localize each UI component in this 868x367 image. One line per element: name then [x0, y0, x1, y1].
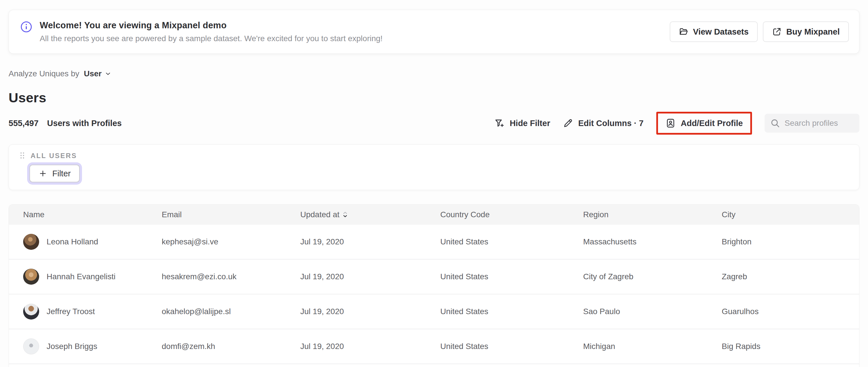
column-header-city[interactable]: City [722, 210, 859, 219]
avatar [23, 304, 39, 319]
users-table: Name Email Updated at Country Code Regio… [8, 204, 860, 367]
user-name-cell: Jeffrey Troost [23, 304, 162, 319]
banner-subtitle: All the reports you see are powered by a… [40, 34, 670, 43]
table-toolbar: Hide Filter Edit Columns · 7 [494, 112, 860, 134]
analyze-uniques-label: Analyze Uniques by [8, 69, 79, 78]
info-icon [20, 21, 32, 33]
filter-group-header: ALL USERS [19, 152, 849, 160]
buy-mixpanel-label: Buy Mixpanel [786, 27, 840, 37]
pencil-icon [563, 118, 573, 128]
buy-mixpanel-button[interactable]: Buy Mixpanel [763, 22, 849, 42]
column-header-region[interactable]: Region [583, 210, 722, 219]
user-updated-at: Jul 19, 2020 [300, 307, 440, 316]
profiles-summary: 555,497 Users with Profiles [8, 119, 122, 128]
user-country: United States [440, 272, 583, 281]
welcome-banner: Welcome! You are viewing a Mixpanel demo… [8, 10, 860, 54]
table-row[interactable]: Jeffrey Troost okahelop@lalijpe.sl Jul 1… [9, 295, 859, 329]
analyze-row: Analyze Uniques by User [8, 69, 860, 78]
analyze-by-dropdown[interactable]: User [84, 69, 111, 78]
hide-filter-button[interactable]: Hide Filter [494, 118, 550, 128]
user-country: United States [440, 307, 583, 316]
profile-badge-icon [665, 118, 676, 128]
add-edit-profile-highlight: Add/Edit Profile [656, 112, 752, 134]
view-datasets-label: View Datasets [693, 27, 749, 37]
column-header-country-code[interactable]: Country Code [440, 210, 583, 219]
profiles-count-label: Users with Profiles [47, 119, 122, 128]
user-name-cell: Hannah Evangelisti [23, 269, 162, 285]
column-header-name[interactable]: Name [23, 210, 162, 219]
drag-handle-icon[interactable] [19, 152, 26, 160]
user-city: Zagreb [722, 272, 859, 281]
avatar [23, 234, 39, 250]
profiles-count: 555,497 [8, 119, 38, 128]
user-email: domfi@zem.kh [162, 342, 300, 351]
view-datasets-button[interactable]: View Datasets [670, 22, 758, 42]
user-name: Leona Holland [46, 237, 98, 246]
user-email: okahelop@lalijpe.sl [162, 307, 300, 316]
add-filter-wrap: Filter [29, 165, 80, 182]
funnel-plus-icon [494, 118, 504, 128]
analyze-by-value: User [84, 69, 101, 78]
avatar [23, 269, 39, 285]
user-country: United States [440, 237, 583, 246]
user-region: Michigan [583, 342, 722, 351]
user-region: City of Zagreb [583, 272, 722, 281]
user-name: Joseph Briggs [46, 342, 97, 351]
avatar [23, 338, 39, 355]
sort-icon[interactable] [342, 211, 348, 218]
folder-icon [679, 27, 689, 37]
search-profiles-input[interactable] [784, 119, 854, 128]
banner-title: Welcome! You are viewing a Mixpanel demo [40, 20, 670, 31]
add-filter-button[interactable]: Filter [29, 165, 80, 182]
banner-actions: View Datasets Buy Mixpanel [670, 22, 849, 42]
filter-panel: ALL USERS Filter [8, 144, 860, 190]
user-name-cell: Leona Holland [23, 234, 162, 250]
user-email: hesakrem@ezi.co.uk [162, 272, 300, 281]
user-city: Big Rapids [722, 342, 859, 351]
edit-columns-button[interactable]: Edit Columns · 7 [563, 118, 644, 128]
page-title: Users [8, 90, 860, 105]
user-updated-at: Jul 19, 2020 [300, 342, 440, 351]
table-row[interactable]: Joseph Briggs domfi@zem.kh Jul 19, 2020 … [9, 329, 859, 364]
add-edit-profile-label: Add/Edit Profile [681, 119, 743, 128]
hide-filter-label: Hide Filter [510, 119, 550, 128]
banner-text: Welcome! You are viewing a Mixpanel demo… [40, 20, 670, 43]
search-profiles[interactable] [765, 114, 860, 133]
column-header-email[interactable]: Email [162, 210, 300, 219]
user-region: Massachusetts [583, 237, 722, 246]
user-city: Guarulhos [722, 307, 859, 316]
filter-group-label: ALL USERS [31, 152, 77, 160]
add-edit-profile-button[interactable]: Add/Edit Profile [665, 118, 743, 128]
column-header-updated-at[interactable]: Updated at [300, 210, 440, 219]
add-filter-label: Filter [52, 169, 70, 178]
edit-columns-label: Edit Columns · 7 [578, 119, 644, 128]
table-row[interactable]: Leona Holland kephesaj@si.ve Jul 19, 202… [9, 225, 859, 259]
user-name-cell: Joseph Briggs [23, 338, 162, 355]
table-header-row: Name Email Updated at Country Code Regio… [9, 205, 859, 225]
table-row[interactable]: Hannah Evangelisti hesakrem@ezi.co.uk Ju… [9, 259, 859, 295]
external-link-icon [772, 27, 782, 37]
stats-toolbar-row: 555,497 Users with Profiles Hide Filter … [8, 111, 860, 135]
user-country: United States [440, 342, 583, 351]
user-name: Jeffrey Troost [46, 307, 95, 316]
user-email: kephesaj@si.ve [162, 237, 300, 246]
user-region: Sao Paulo [583, 307, 722, 316]
chevron-down-icon [104, 70, 112, 77]
user-updated-at: Jul 19, 2020 [300, 237, 440, 246]
user-updated-at: Jul 19, 2020 [300, 272, 440, 281]
search-icon [770, 118, 780, 128]
user-name: Hannah Evangelisti [46, 272, 116, 281]
plus-icon [38, 169, 47, 178]
user-city: Brighton [722, 237, 859, 246]
